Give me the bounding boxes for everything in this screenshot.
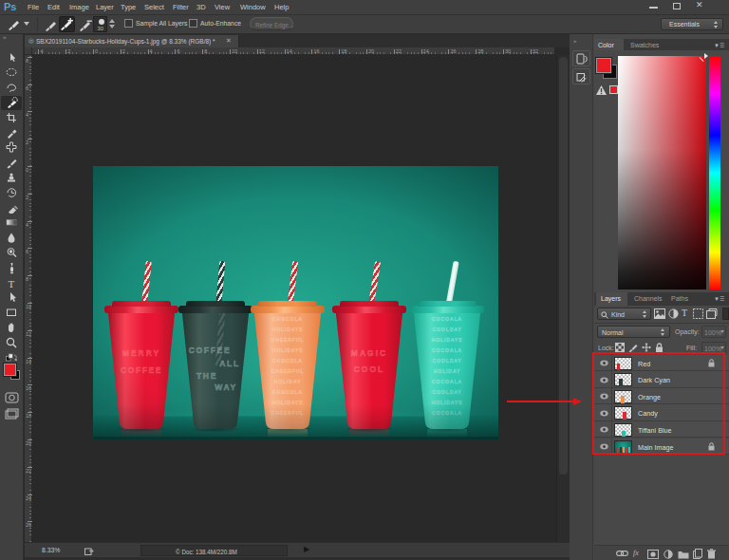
svg-text:T: T	[9, 278, 15, 289]
